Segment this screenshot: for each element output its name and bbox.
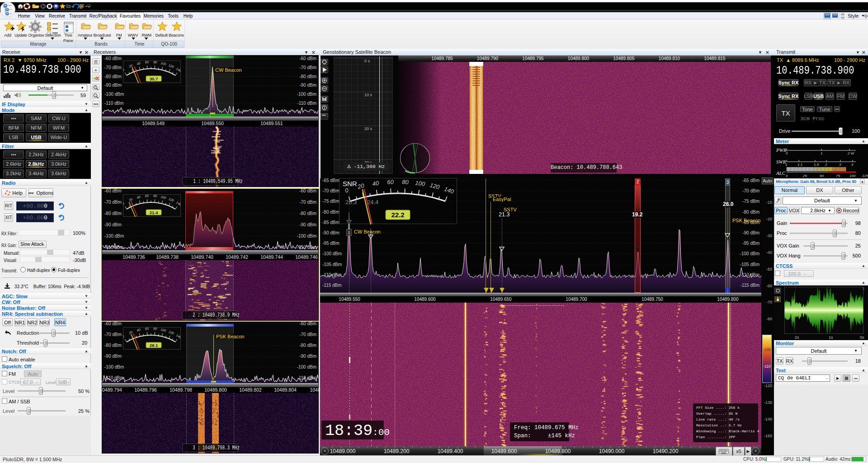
svg-text:SNR: SNR — [343, 180, 357, 187]
svg-text:29.1: 29.1 — [150, 343, 158, 348]
svg-text:0: 0 — [786, 174, 788, 178]
svg-text:ALC: ALC — [776, 170, 786, 176]
svg-text:-: - — [95, 94, 96, 97]
svg-text:SWR: SWR — [776, 159, 786, 164]
svg-text:100: 100 — [849, 174, 856, 178]
svg-text:+: + — [94, 85, 96, 89]
svg-text:40: 40 — [372, 179, 380, 187]
svg-text:75: 75 — [836, 174, 840, 178]
svg-text:1: 1 — [785, 163, 787, 167]
svg-text:80: 80 — [153, 61, 157, 65]
svg-text:25: 25 — [802, 174, 807, 178]
svg-text:Style: Style — [848, 13, 859, 19]
svg-text:80: 80 — [153, 194, 157, 198]
svg-text:60: 60 — [387, 178, 394, 186]
svg-text:3: 3 — [839, 163, 841, 167]
svg-text:60: 60 — [145, 194, 149, 198]
svg-text:100: 100 — [415, 179, 425, 187]
svg-text:1.1: 1.1 — [797, 163, 802, 167]
svg-text:80: 80 — [153, 327, 157, 331]
svg-text:0: 0 — [786, 151, 788, 155]
svg-text:4: 4 — [851, 163, 854, 167]
svg-text:60: 60 — [145, 327, 149, 331]
svg-text:60: 60 — [145, 61, 149, 65]
svg-text:1.5: 1.5 — [814, 163, 819, 167]
svg-text:26.3: 26.3 — [345, 199, 357, 206]
svg-text:21.4: 21.4 — [150, 210, 158, 215]
svg-text:30.7: 30.7 — [150, 76, 158, 81]
svg-text:50: 50 — [820, 174, 824, 178]
svg-text:2 W: 2 W — [847, 151, 855, 155]
svg-text:2: 2 — [825, 163, 827, 167]
svg-text:1: 1 — [821, 151, 822, 155]
svg-text:PWR: PWR — [776, 147, 787, 153]
svg-text:80: 80 — [402, 178, 409, 186]
svg-text:22.2: 22.2 — [391, 211, 404, 219]
svg-text:125: 125 — [862, 174, 868, 178]
svg-text:24.4: 24.4 — [367, 199, 378, 206]
